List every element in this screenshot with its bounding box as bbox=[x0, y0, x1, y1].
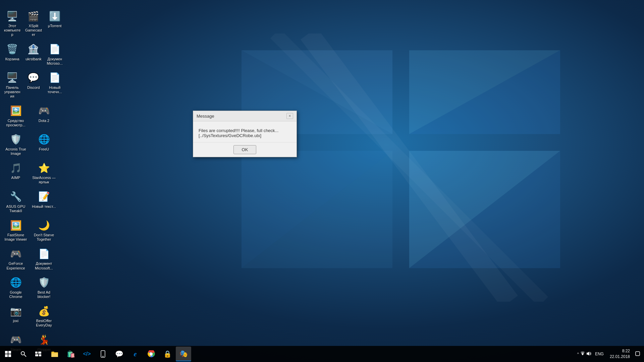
desktop-icon-etot-komputer[interactable]: 🖥️ Этоткомпьютер bbox=[2, 7, 22, 39]
desktop-icon-sredstvo[interactable]: 🖼️ Средство просмотр... bbox=[2, 102, 29, 129]
desktop-icon-aimp[interactable]: 🎵 AIMP bbox=[2, 159, 29, 186]
desktop-icon-dont-starve[interactable]: 🌙 Don't Starve Together bbox=[31, 217, 57, 244]
desktop-icon-noviy-tochk[interactable]: 📄 Новый точечн... bbox=[45, 69, 65, 101]
desktop-icon-ukrsibbank[interactable]: 🏦 ukrstbank bbox=[23, 41, 43, 68]
joxi-icon: 📷 bbox=[9, 304, 22, 318]
svg-rect-21 bbox=[51, 353, 58, 357]
taskbar-app-store[interactable]: 🛍️ bbox=[63, 347, 78, 361]
taskbar-app-code[interactable]: </> bbox=[79, 347, 95, 361]
taskbar-app-active[interactable]: 🎭 bbox=[176, 347, 191, 361]
desktop-icon-staraccess[interactable]: ⭐ StarAccess — ярлык bbox=[31, 159, 57, 186]
taskbar-apps-area: 🛍️ </> 💬 e bbox=[46, 347, 575, 361]
desktop-icon-utorrent[interactable]: ⬇️ μTorrent bbox=[45, 7, 65, 39]
utorrent-icon: ⬇️ bbox=[48, 9, 61, 23]
bestoffer-icon: 💰 bbox=[37, 304, 51, 318]
svg-point-23 bbox=[103, 356, 104, 357]
taskbar-tray: ^ ENG 8:22 22.01.2018 bbox=[575, 348, 644, 360]
desktop-icon-korzina[interactable]: 🗑️ Корзина bbox=[2, 41, 22, 68]
tray-language[interactable]: ENG bbox=[593, 352, 606, 356]
asus-gpu-icon: 🔧 bbox=[9, 190, 22, 203]
desktop-icon-dokument1[interactable]: 📄 Докумен Microso... bbox=[45, 41, 65, 68]
taskbar-app-explorer[interactable] bbox=[47, 347, 62, 361]
desktop-icon-freeu[interactable]: 🌐 FreeU bbox=[31, 131, 57, 158]
panel-label: Панель управления bbox=[4, 85, 21, 99]
tray-date-display: 22.01.2018 bbox=[610, 354, 630, 360]
desktop-icon-google-chrome[interactable]: 🌐 Google Chrome bbox=[2, 274, 29, 301]
discord-label: Discord bbox=[27, 85, 40, 90]
istripper-icon: 💃 bbox=[37, 333, 51, 347]
taskbar-app-skype[interactable]: 💬 bbox=[111, 347, 127, 361]
svg-point-14 bbox=[21, 352, 24, 355]
task-view-button[interactable] bbox=[31, 346, 46, 362]
tray-sound-icon[interactable] bbox=[586, 351, 592, 357]
taskbar: 🛍️ </> 💬 e bbox=[0, 346, 644, 362]
tray-time-display: 8:22 bbox=[622, 348, 630, 354]
svg-rect-13 bbox=[8, 354, 11, 357]
desktop-icon-dokument2[interactable]: 📄 Документ Microsoft... bbox=[31, 245, 57, 272]
tray-notification-icon[interactable] bbox=[634, 351, 641, 357]
taskbar-search-button[interactable] bbox=[16, 346, 31, 362]
noviy-tekst-icon: 📝 bbox=[37, 190, 51, 203]
staraccess-label: StarAccess — ярлык bbox=[32, 176, 56, 184]
dokument1-label: Докумен Microso... bbox=[46, 57, 63, 66]
desktop-icon-joxi[interactable]: 📷 joxi bbox=[2, 302, 29, 329]
dialog-titlebar[interactable]: Message × bbox=[193, 111, 297, 121]
dialog-message: Files are corrupted!!!! Please, full che… bbox=[199, 128, 278, 138]
etot-komputer-icon: 🖥️ bbox=[6, 9, 19, 23]
acronis-label: Acronis True Image bbox=[4, 147, 28, 156]
etot-komputer-label: Этоткомпьютер bbox=[4, 24, 21, 37]
desktop-icon-acronis[interactable]: 🛡️ Acronis True Image bbox=[2, 131, 29, 158]
tray-clock[interactable]: 8:22 22.01.2018 bbox=[607, 348, 633, 360]
korzina-icon: 🗑️ bbox=[6, 43, 19, 56]
dialog-close-button[interactable]: × bbox=[286, 113, 293, 119]
svg-rect-10 bbox=[5, 351, 8, 354]
dokument1-icon: 📄 bbox=[48, 43, 61, 56]
dialog-body: Files are corrupted!!!! Please, full che… bbox=[193, 121, 297, 142]
geforce-label: GeForce Experience bbox=[4, 261, 28, 270]
desktop: 🖥️ Этоткомпьютер 🎬 XSplitGamecaster ⬇️ μ… bbox=[0, 0, 644, 362]
svg-point-26 bbox=[150, 353, 153, 355]
taskbar-app-chrome[interactable] bbox=[144, 347, 159, 361]
noviy-tochk-label: Новый точечн... bbox=[46, 85, 63, 94]
panel-icon: 🖥️ bbox=[6, 71, 19, 84]
ukrsibbank-icon: 🏦 bbox=[27, 43, 40, 56]
desktop-icon-dota2[interactable]: 🎮 Dota 2 bbox=[31, 102, 57, 129]
desktop-icon-noviy-tekst[interactable]: 📝 Новый текст... bbox=[31, 188, 57, 215]
desktop-icon-bestoffer[interactable]: 💰 BestOffer EveryDay bbox=[31, 302, 57, 329]
desktop-icon-geforce[interactable]: 🎮 GeForce Experience bbox=[2, 245, 29, 272]
aimp-label: AIMP bbox=[11, 176, 20, 180]
svg-rect-11 bbox=[8, 351, 11, 354]
desktop-icon-best-ad[interactable]: 🛡️ Best Ad blocker! bbox=[31, 274, 57, 301]
desktop-icon-panel[interactable]: 🖥️ Панель управления bbox=[2, 69, 22, 101]
ukrsibbank-label: ukrstbank bbox=[25, 57, 42, 61]
taskbar-app-edge[interactable]: e bbox=[127, 347, 143, 361]
taskbar-app-kaspersky[interactable]: 🔒 bbox=[160, 347, 175, 361]
google-chrome-icon: 🌐 bbox=[9, 276, 22, 289]
svg-rect-12 bbox=[5, 354, 8, 357]
noviy-tochk-icon: 📄 bbox=[48, 71, 61, 84]
svg-rect-19 bbox=[39, 354, 41, 356]
dont-starve-label: Don't Starve Together bbox=[32, 233, 56, 242]
desktop-icon-asus-gpu[interactable]: 🔧 ASUS GPU TweakII bbox=[2, 188, 29, 215]
sredstvo-label: Средство просмотр... bbox=[4, 119, 28, 127]
tray-chevron[interactable]: ^ bbox=[577, 352, 579, 356]
acronis-icon: 🛡️ bbox=[9, 133, 22, 146]
svg-rect-17 bbox=[38, 352, 41, 354]
start-button[interactable] bbox=[0, 346, 16, 362]
noviy-tekst-label: Новый текст... bbox=[32, 204, 56, 209]
dialog-title: Message bbox=[197, 114, 214, 119]
dialog-footer: OK bbox=[193, 142, 297, 157]
joxi-label: joxi bbox=[13, 319, 19, 323]
tray-network-icon[interactable] bbox=[580, 351, 585, 357]
desktop-icon-discord[interactable]: 💬 Discord bbox=[23, 69, 43, 101]
dialog-ok-button[interactable]: OK bbox=[233, 145, 257, 154]
dont-starve-icon: 🌙 bbox=[37, 219, 51, 232]
desktop-icon-xsplit[interactable]: 🎬 XSplitGamecaster bbox=[23, 7, 43, 39]
svg-marker-27 bbox=[587, 352, 589, 356]
taskbar-app-phone[interactable] bbox=[95, 347, 111, 361]
best-ad-icon: 🛡️ bbox=[37, 276, 51, 289]
svg-rect-16 bbox=[35, 352, 38, 354]
desktop-icon-faststone[interactable]: 🖼️ FastStone Image Viewer bbox=[2, 217, 29, 244]
asus-gpu-label: ASUS GPU TweakII bbox=[4, 204, 28, 213]
utorrent-label: μTorrent bbox=[48, 24, 62, 28]
